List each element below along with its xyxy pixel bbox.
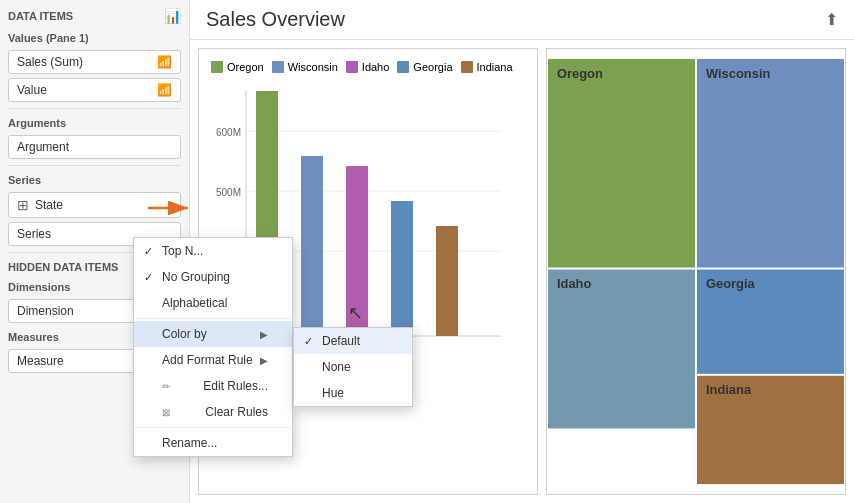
menu-item-top-n[interactable]: Top N... [134,238,292,264]
main-container: DATA ITEMS 📊 Values (Pane 1) Sales (Sum)… [0,0,854,503]
submenu-arrow-icon2: ▶ [260,355,268,366]
menu-divider2 [134,427,292,428]
argument-label: Argument [17,140,69,154]
legend-label-georgia: Georgia [413,61,452,73]
dimensions-label: Dimensions [8,281,70,293]
legend-dot-wisconsin [272,61,284,73]
bar-wisconsin[interactable] [301,156,323,336]
legend-dot-georgia [397,61,409,73]
menu-item-add-format-rule[interactable]: Add Format Rule ▶ [134,347,292,373]
grid-icon: ⊞ [17,197,29,213]
submenu-label-none: None [322,360,351,374]
bar-georgia[interactable] [391,201,413,336]
svg-text:Indiana: Indiana [706,382,752,397]
series-header: Series [8,174,181,186]
menu-label-edit-rules: Edit Rules... [203,379,268,393]
chart-legend: Oregon Wisconsin Idaho Georgia [211,61,525,73]
menu-label-alphabetical: Alphabetical [162,296,227,310]
dimension-label: Dimension [17,304,74,318]
legend-label-indiana: Indiana [477,61,513,73]
bar-icon: 📶 [157,55,172,69]
chart-icon: 📊 [164,8,181,24]
menu-label-rename: Rename... [162,436,217,450]
svg-text:Georgia: Georgia [706,276,756,291]
legend-dot-oregon [211,61,223,73]
submenu-item-hue[interactable]: Hue [294,380,412,406]
top-header: Sales Overview ⬆ [190,0,854,40]
sales-sum-field[interactable]: Sales (Sum) 📶 [8,50,181,74]
legend-dot-idaho [346,61,358,73]
treemap-svg: Oregon Wisconsin Idaho Georgia Indiana [547,49,845,494]
legend-label-wisconsin: Wisconsin [288,61,338,73]
menu-label-color-by: Color by [162,327,207,341]
values-pane1-header: Values (Pane 1) [8,32,181,44]
state-field[interactable]: ⊞ State [8,192,181,218]
menu-item-clear-rules[interactable]: ⊠ Clear Rules [134,399,292,425]
menu-label-top-n: Top N... [162,244,203,258]
measures-label: Measures [8,331,59,343]
menu-label-add-format-rule: Add Format Rule [162,353,253,367]
legend-idaho: Idaho [346,61,390,73]
legend-georgia: Georgia [397,61,452,73]
svg-text:500M: 500M [216,187,241,198]
legend-dot-indiana [461,61,473,73]
series-item-label: Series [17,227,51,241]
svg-text:Wisconsin: Wisconsin [706,66,771,81]
sales-sum-label: Sales (Sum) [17,55,83,69]
series-label: Series [8,174,41,186]
color-by-submenu: Default None Hue [293,327,413,407]
svg-text:600M: 600M [216,127,241,138]
svg-text:Idaho: Idaho [557,276,592,291]
legend-label-idaho: Idaho [362,61,390,73]
legend-indiana: Indiana [461,61,513,73]
submenu-item-none[interactable]: None [294,354,412,380]
bar-idaho[interactable] [346,166,368,336]
argument-field[interactable]: Argument [8,135,181,159]
svg-text:Oregon: Oregon [557,66,603,81]
state-label: State [35,198,63,212]
treemap-wisconsin[interactable] [697,59,844,268]
legend-oregon: Oregon [211,61,264,73]
share-button[interactable]: ⬆ [825,10,838,29]
menu-label-no-grouping: No Grouping [162,270,230,284]
divider2 [8,165,181,166]
context-menu: Top N... No Grouping Alphabetical Color … [133,237,293,457]
values-pane1-label: Values (Pane 1) [8,32,89,44]
menu-item-rename[interactable]: Rename... [134,430,292,456]
hidden-data-items-label: HIDDEN DATA ITEMS [8,261,118,273]
pencil-icon: ✏ [162,381,170,392]
page-title: Sales Overview [206,8,345,31]
arguments-header: Arguments [8,117,181,129]
legend-wisconsin: Wisconsin [272,61,338,73]
treemap-container: Oregon Wisconsin Idaho Georgia Indiana [546,48,846,495]
bar-indiana[interactable] [436,226,458,336]
menu-item-no-grouping[interactable]: No Grouping [134,264,292,290]
menu-divider1 [134,318,292,319]
submenu-item-default[interactable]: Default [294,328,412,354]
menu-item-edit-rules[interactable]: ✏ Edit Rules... [134,373,292,399]
menu-item-color-by[interactable]: Color by ▶ [134,321,292,347]
measure-label: Measure [17,354,64,368]
menu-item-alphabetical[interactable]: Alphabetical [134,290,292,316]
value-field[interactable]: Value 📶 [8,78,181,102]
submenu-label-default: Default [322,334,360,348]
treemap-idaho[interactable] [548,270,695,429]
data-items-header: DATA ITEMS 📊 [8,8,181,24]
bar-icon2: 📶 [157,83,172,97]
treemap-oregon[interactable] [548,59,695,268]
arguments-label: Arguments [8,117,66,129]
divider1 [8,108,181,109]
submenu-label-hue: Hue [322,386,344,400]
data-items-label: DATA ITEMS [8,10,73,22]
legend-label-oregon: Oregon [227,61,264,73]
value-label: Value [17,83,47,97]
menu-label-clear-rules: Clear Rules [205,405,268,419]
eraser-icon: ⊠ [162,407,170,418]
submenu-arrow-icon: ▶ [260,329,268,340]
